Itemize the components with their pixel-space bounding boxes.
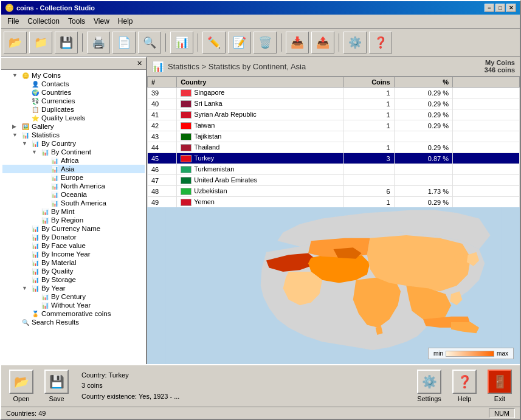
table-row[interactable]: 46 Turkmenistan <box>148 164 520 175</box>
by-storage-icon: 📊 <box>30 277 40 283</box>
cell-num: 41 <box>148 109 177 120</box>
cell-pct: 0.29 % <box>394 142 452 153</box>
sidebar-item-duplicates[interactable]: 📋 Duplicates <box>2 105 145 114</box>
sidebar-item-by-face-value[interactable]: 📊 By Face value <box>2 241 145 250</box>
sidebar-item-by-mint[interactable]: 📊 By Mint <box>2 207 145 216</box>
oceania-icon: 📊 <box>50 191 60 198</box>
toolbar-chart[interactable]: 📊 <box>170 32 193 53</box>
sidebar-item-by-region[interactable]: 📊 By Region <box>2 216 145 224</box>
toolbar-open[interactable]: 📂 <box>4 32 27 53</box>
sidebar-item-africa[interactable]: 📊 Africa <box>2 156 145 165</box>
exit-button[interactable]: 🚪 Exit <box>485 370 515 402</box>
sidebar-item-by-year[interactable]: ▼ 📊 By Year <box>2 284 145 292</box>
cell-pct: 0.29 % <box>394 120 452 131</box>
toolbar-help[interactable]: ❓ <box>369 32 392 53</box>
legend-gradient <box>446 351 494 357</box>
help-button[interactable]: ❓ Help <box>449 370 480 402</box>
menu-view[interactable]: View <box>90 16 113 27</box>
cell-extra <box>452 197 519 208</box>
stats-title: 📊 Statistics > Statistics by Continent, … <box>152 61 306 72</box>
cell-num: 49 <box>148 197 177 208</box>
sidebar-label-countries: Countries <box>41 89 71 96</box>
sidebar-item-by-currency[interactable]: 📊 By Currency Name <box>2 224 145 233</box>
sidebar-item-my-coins[interactable]: ▼ 🪙 My Coins <box>2 71 145 80</box>
sidebar-close-icon[interactable]: ✕ <box>137 60 142 67</box>
sidebar-label-search: Search Results <box>32 318 79 326</box>
cell-extra <box>452 109 519 120</box>
sidebar-item-by-income-year[interactable]: 📊 By Income Year <box>2 250 145 258</box>
sidebar-item-countries[interactable]: 🌍 Countries <box>2 88 145 97</box>
sidebar-item-asia[interactable]: 📊 Asia <box>2 165 145 173</box>
table-row[interactable]: 45 Turkey 3 0.87 % <box>148 153 520 164</box>
toolbar-export[interactable]: 📤 <box>311 32 334 53</box>
sidebar-item-by-century[interactable]: 📊 By Century <box>2 292 145 301</box>
without-year-icon: 📊 <box>40 302 50 309</box>
table-row[interactable]: 47 United Arab Emirates <box>148 175 520 186</box>
sidebar-item-currencies[interactable]: 💱 Currencies <box>2 97 145 105</box>
sidebar-item-by-donator[interactable]: 📊 By Donator <box>2 233 145 241</box>
sidebar-label-north-america: North America <box>61 182 105 190</box>
sidebar-label-africa: Africa <box>61 157 78 164</box>
toolbar-edit[interactable]: ✏️ <box>202 32 226 53</box>
toolbar-print[interactable]: 🖨️ <box>87 32 110 53</box>
sidebar-item-north-america[interactable]: 📊 North America <box>2 182 145 190</box>
toolbar-preview[interactable]: 📄 <box>112 32 136 53</box>
sidebar-item-statistics[interactable]: ▼ 📊 Statistics <box>2 131 145 139</box>
cell-num: 39 <box>148 88 177 98</box>
sidebar-item-south-america[interactable]: 📊 South America <box>2 199 145 207</box>
table-row[interactable]: 43 Tajikistan <box>148 131 520 142</box>
menu-file[interactable]: File <box>4 16 22 27</box>
sidebar-item-quality-levels[interactable]: ⭐ Quality Levels <box>2 114 145 122</box>
cell-country: United Arab Emirates <box>177 175 344 186</box>
table-row[interactable]: 49 Yemen 1 0.29 % <box>148 197 520 208</box>
main-content: ✕ ▼ 🪙 My Coins 👤 Contacts 🌍 Countries <box>1 57 520 364</box>
menu-help[interactable]: Help <box>114 16 137 27</box>
sidebar-item-oceania[interactable]: 📊 Oceania <box>2 190 145 199</box>
exit-icon: 🚪 <box>488 370 512 394</box>
table-row[interactable]: 41 Syrian Arab Republic 1 0.29 % <box>148 109 520 120</box>
sidebar-item-by-country[interactable]: ▼ 📊 By Country <box>2 139 145 148</box>
sidebar-item-commemorative[interactable]: 🏅 Commemorative coins <box>2 309 145 318</box>
sidebar-item-without-year[interactable]: 📊 Without Year <box>2 301 145 309</box>
toolbar-sep-2 <box>165 33 166 52</box>
cell-num: 47 <box>148 175 177 186</box>
open-button[interactable]: 📂 Open <box>6 370 36 402</box>
sidebar-item-by-continent[interactable]: ▼ 📊 By Continent <box>2 148 145 156</box>
toolbar-import[interactable]: 📥 <box>286 32 309 53</box>
toolbar-folder[interactable]: 📁 <box>29 32 52 53</box>
toolbar-save[interactable]: 💾 <box>55 32 78 53</box>
sidebar-item-gallery[interactable]: ▶ 🖼️ Gallery <box>2 122 145 131</box>
open-icon: 📂 <box>9 370 33 394</box>
sidebar-label-europe: Europe <box>61 174 83 181</box>
maximize-button[interactable]: □ <box>495 4 505 12</box>
sidebar-item-search-results[interactable]: 🔍 Search Results <box>2 318 145 326</box>
toolbar-edit2[interactable]: 📝 <box>228 32 251 53</box>
settings-button[interactable]: ⚙️ Settings <box>414 370 444 402</box>
menu-tools[interactable]: Tools <box>64 16 89 27</box>
toolbar-delete[interactable]: 🗑️ <box>254 32 277 53</box>
by-income-year-icon: 📊 <box>30 251 40 258</box>
table-row[interactable]: 48 Uzbekistan 6 1.73 % <box>148 186 520 197</box>
sidebar-item-by-quality[interactable]: 📊 By Quality <box>2 267 145 275</box>
menu-collection[interactable]: Collection <box>24 16 63 27</box>
sidebar-item-by-storage[interactable]: 📊 By Storage <box>2 275 145 284</box>
table-row[interactable]: 44 Thailand 1 0.29 % <box>148 142 520 153</box>
close-button[interactable]: ✕ <box>506 4 516 12</box>
toolbar-search[interactable]: 🔍 <box>138 32 161 53</box>
toolbar-settings[interactable]: ⚙️ <box>343 32 367 53</box>
table-row[interactable]: 40 Sri Lanka 1 0.29 % <box>148 98 520 109</box>
sidebar-label-commemorative: Commemorative coins <box>41 310 111 317</box>
settings-icon: ⚙️ <box>417 370 441 394</box>
minimize-button[interactable]: − <box>485 4 494 12</box>
coin-count: 346 coins <box>485 66 515 74</box>
collection-name: My Coins <box>485 59 515 66</box>
save-button[interactable]: 💾 Save <box>41 370 72 402</box>
cell-num: 43 <box>148 131 177 142</box>
table-row[interactable]: 42 Taiwan 1 0.29 % <box>148 120 520 131</box>
cell-coins: 3 <box>344 153 395 164</box>
cell-pct <box>394 131 452 142</box>
sidebar-item-europe[interactable]: 📊 Europe <box>2 173 145 182</box>
sidebar-item-by-material[interactable]: 📊 By Material <box>2 258 145 267</box>
table-row[interactable]: 39 Singapore 1 0.29 % <box>148 88 520 98</box>
sidebar-item-contacts[interactable]: 👤 Contacts <box>2 80 145 88</box>
